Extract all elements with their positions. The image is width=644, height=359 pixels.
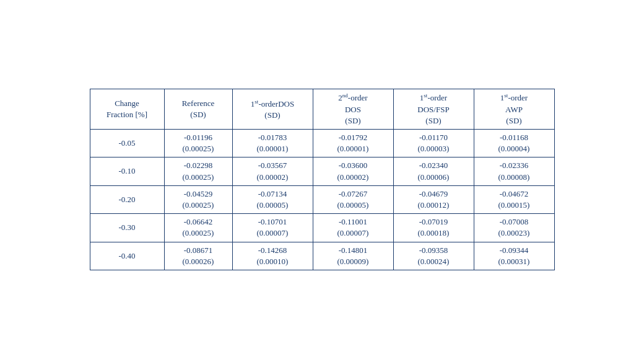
col-header-dos2: 2nd-order DOS (SD) (313, 89, 393, 130)
cell-ref-2: -0.04529(0.00025) (164, 185, 232, 213)
col-header-ref-line1: Reference (182, 99, 215, 108)
col-header-fraction-line1: Change (115, 99, 139, 108)
cell-ref-3: -0.06642(0.00025) (164, 214, 232, 242)
cell-fraction-1: -0.10 (90, 157, 164, 185)
cell-dosfsp-3: -0.07019(0.00018) (393, 214, 474, 242)
cell-fraction-3: -0.30 (90, 214, 164, 242)
cell-awp-1: -0.02336(0.00008) (474, 157, 554, 185)
table-row: -0.20 -0.04529(0.00025) -0.07134(0.00005… (90, 185, 554, 213)
cell-fraction-4: -0.40 (90, 242, 164, 270)
col-header-awp-label: AWP (505, 105, 523, 114)
cell-awp-2: -0.04672(0.00015) (474, 185, 554, 213)
table-row: -0.30 -0.06642(0.00025) -0.10701(0.00007… (90, 214, 554, 242)
table-wrapper: Change Fraction [%] Reference (SD) 1st-o… (77, 76, 567, 283)
col-header-fraction-line2: Fraction [%] (107, 110, 147, 119)
table-row: -0.40 -0.08671(0.00026) -0.14268(0.00010… (90, 242, 554, 270)
col-header-reference: Reference (SD) (164, 89, 232, 130)
cell-ref-0: -0.01196(0.00025) (164, 130, 232, 157)
table-body: -0.05 -0.01196(0.00025) -0.01783(0.00001… (90, 130, 554, 270)
cell-dos2-4: -0.14801(0.00009) (313, 242, 393, 270)
col-header-dosfsp-label: DOS/FSP (417, 105, 449, 114)
cell-dosfsp-4: -0.09358(0.00024) (393, 242, 474, 270)
cell-dos1-1: -0.03567(0.00002) (232, 157, 313, 185)
cell-dosfsp-0: -0.01170(0.00003) (393, 130, 474, 157)
col-header-awp-text: 1st-order (500, 93, 528, 102)
cell-ref-4: -0.08671(0.00026) (164, 242, 232, 270)
cell-fraction-2: -0.20 (90, 185, 164, 213)
col-header-fraction: Change Fraction [%] (90, 89, 164, 130)
col-header-dosfsp-text: 1st-order (420, 93, 447, 102)
col-header-dos2-text: 2nd-order (338, 93, 367, 102)
cell-dos2-1: -0.03600(0.00002) (313, 157, 393, 185)
cell-dos1-0: -0.01783(0.00001) (232, 130, 313, 157)
table-row: -0.10 -0.02298(0.00025) -0.03567(0.00002… (90, 157, 554, 185)
col-header-awp-sd: (SD) (506, 116, 521, 125)
cell-ref-1: -0.02298(0.00025) (164, 157, 232, 185)
cell-dos2-0: -0.01792(0.00001) (313, 130, 393, 157)
col-header-dosfsp: 1st-order DOS/FSP (SD) (393, 89, 474, 130)
col-header-ref-line2: (SD) (190, 110, 206, 119)
col-header-dos2-sd: (SD) (345, 116, 360, 125)
cell-awp-3: -0.07008(0.00023) (474, 214, 554, 242)
table-row: -0.05 -0.01196(0.00025) -0.01783(0.00001… (90, 130, 554, 157)
cell-dos1-2: -0.07134(0.00005) (232, 185, 313, 213)
cell-dos1-4: -0.14268(0.00010) (232, 242, 313, 270)
header-row: Change Fraction [%] Reference (SD) 1st-o… (90, 89, 554, 130)
col-header-awp: 1st-order AWP (SD) (474, 89, 554, 130)
col-header-dos2-dos: DOS (345, 105, 361, 114)
cell-dos2-3: -0.11001(0.00007) (313, 214, 393, 242)
cell-dosfsp-2: -0.04679(0.00012) (393, 185, 474, 213)
col-header-dos1-text: 1st-orderDOS (251, 99, 294, 109)
cell-fraction-0: -0.05 (90, 130, 164, 157)
col-header-dos1: 1st-orderDOS (SD) (232, 89, 313, 130)
cell-dos1-3: -0.10701(0.00007) (232, 214, 313, 242)
col-header-dosfsp-sd: (SD) (425, 116, 441, 125)
cell-dosfsp-1: -0.02340(0.00006) (393, 157, 474, 185)
data-table: Change Fraction [%] Reference (SD) 1st-o… (90, 89, 555, 270)
col-header-dos1-sd: (SD) (264, 110, 280, 120)
cell-awp-4: -0.09344(0.00031) (474, 242, 554, 270)
cell-dos2-2: -0.07267(0.00005) (313, 185, 393, 213)
cell-awp-0: -0.01168(0.00004) (474, 130, 554, 157)
